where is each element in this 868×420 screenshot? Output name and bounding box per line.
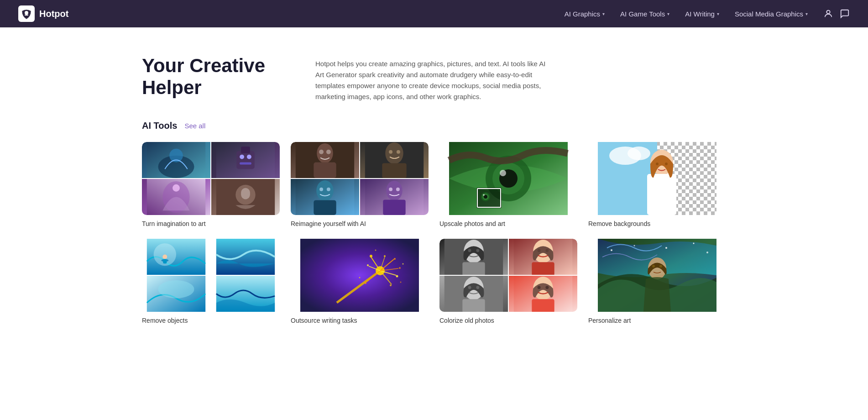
tool-image-remove-bg — [588, 142, 726, 215]
chevron-down-icon: ▾ — [805, 11, 808, 16]
svg-point-15 — [173, 184, 180, 192]
nav-social-media[interactable]: Social Media Graphics ▾ — [728, 6, 814, 21]
svg-point-118 — [659, 265, 662, 268]
tool-colorize[interactable]: Colorize old photos — [439, 239, 577, 325]
logo-text: Hotpot — [39, 9, 68, 19]
svg-point-11 — [247, 155, 251, 159]
svg-point-93 — [400, 282, 402, 283]
tool-remove-objects[interactable]: Remove objects — [142, 239, 280, 325]
svg-rect-112 — [532, 299, 554, 312]
tool-upscale[interactable]: Upscale photos and art — [439, 142, 577, 228]
svg-point-103 — [538, 249, 541, 252]
image-cell — [360, 179, 429, 215]
image-cell — [142, 276, 210, 312]
main-content: AI Tools See all — [115, 121, 753, 352]
main-nav: AI Graphics ▾ AI Game Tools ▾ AI Writing… — [558, 6, 814, 21]
svg-rect-107 — [462, 299, 485, 312]
chevron-down-icon: ▾ — [717, 11, 719, 16]
svg-point-70 — [158, 280, 194, 299]
ai-tools-header: AI Tools See all — [142, 121, 726, 131]
tool-label: Turn imagination to art — [142, 220, 206, 227]
logo-icon — [18, 5, 35, 22]
image-cell — [211, 179, 280, 215]
tool-label: Remove objects — [142, 317, 188, 324]
svg-point-66 — [162, 255, 167, 259]
user-icon[interactable] — [823, 9, 833, 19]
see-all-link[interactable]: See all — [184, 122, 205, 130]
tool-remove-bg[interactable]: Remove backgrounds — [588, 142, 726, 228]
tool-writing[interactable]: Outsource writing tasks — [291, 239, 429, 325]
svg-point-30 — [316, 180, 334, 201]
svg-point-23 — [326, 150, 331, 154]
svg-point-90 — [399, 267, 401, 269]
svg-rect-2 — [25, 15, 28, 16]
svg-point-99 — [476, 249, 479, 252]
svg-rect-21 — [314, 162, 336, 178]
svg-point-85 — [396, 275, 398, 278]
svg-point-33 — [327, 188, 330, 191]
chat-icon[interactable] — [840, 9, 850, 19]
svg-point-114 — [545, 286, 549, 289]
svg-point-91 — [375, 250, 376, 251]
svg-point-94 — [359, 277, 361, 278]
logo[interactable]: Hotpot — [18, 5, 68, 22]
svg-rect-31 — [314, 200, 336, 215]
svg-point-123 — [706, 252, 708, 253]
image-cell — [291, 179, 359, 215]
svg-point-86 — [390, 284, 392, 286]
svg-point-1 — [25, 11, 28, 15]
chevron-down-icon: ▾ — [667, 11, 669, 16]
svg-point-3 — [826, 10, 830, 14]
svg-rect-26 — [382, 163, 406, 178]
svg-point-84 — [394, 258, 396, 260]
tool-label: Personalize art — [588, 317, 631, 324]
svg-rect-8 — [236, 151, 255, 169]
tool-image-imagination — [142, 142, 280, 215]
svg-point-22 — [319, 150, 324, 154]
image-cell — [211, 239, 280, 275]
header: Hotpot AI Graphics ▾ AI Game Tools ▾ AI … — [0, 0, 868, 27]
svg-point-61 — [656, 163, 659, 165]
svg-point-122 — [693, 243, 695, 244]
svg-point-92 — [403, 263, 404, 265]
image-cell — [509, 239, 577, 275]
svg-point-104 — [545, 249, 549, 252]
ai-tools-title: AI Tools — [142, 121, 177, 131]
svg-point-88 — [367, 264, 369, 266]
svg-point-108 — [468, 286, 471, 289]
tool-label: Outsource writing tasks — [291, 317, 357, 324]
tool-image-reimagine — [291, 142, 429, 215]
svg-point-37 — [389, 188, 392, 191]
nav-ai-writing[interactable]: AI Writing ▾ — [679, 6, 726, 21]
page-title: Your Creative Helper — [142, 55, 279, 99]
svg-point-62 — [665, 163, 668, 165]
nav-ai-game-tools[interactable]: AI Game Tools ▾ — [614, 6, 676, 21]
svg-rect-36 — [383, 200, 405, 215]
chevron-down-icon: ▾ — [602, 11, 605, 16]
image-cell — [211, 142, 280, 178]
image-cell — [142, 239, 210, 275]
image-cell — [439, 239, 508, 275]
svg-point-10 — [240, 155, 244, 159]
svg-rect-12 — [240, 162, 251, 164]
svg-rect-97 — [462, 262, 485, 275]
svg-point-20 — [317, 143, 333, 163]
tool-personalize-art[interactable]: Personalize art — [588, 239, 726, 325]
image-cell — [291, 142, 359, 178]
svg-rect-102 — [532, 262, 554, 275]
svg-point-43 — [500, 170, 506, 176]
svg-point-38 — [396, 188, 400, 191]
svg-point-25 — [385, 142, 403, 164]
svg-rect-67 — [163, 259, 167, 263]
nav-ai-graphics[interactable]: AI Graphics ▾ — [558, 6, 611, 21]
header-actions — [823, 9, 850, 19]
tool-image-writing — [291, 239, 429, 312]
tool-imagination-art[interactable]: Turn imagination to art — [142, 142, 280, 228]
svg-point-27 — [389, 150, 392, 154]
svg-point-98 — [468, 249, 471, 252]
tool-reimagine[interactable]: Reimagine yourself with AI — [291, 142, 429, 228]
svg-point-32 — [319, 188, 323, 191]
image-cell — [142, 179, 210, 215]
tool-image-colorize — [439, 239, 577, 312]
svg-rect-68 — [216, 239, 275, 275]
